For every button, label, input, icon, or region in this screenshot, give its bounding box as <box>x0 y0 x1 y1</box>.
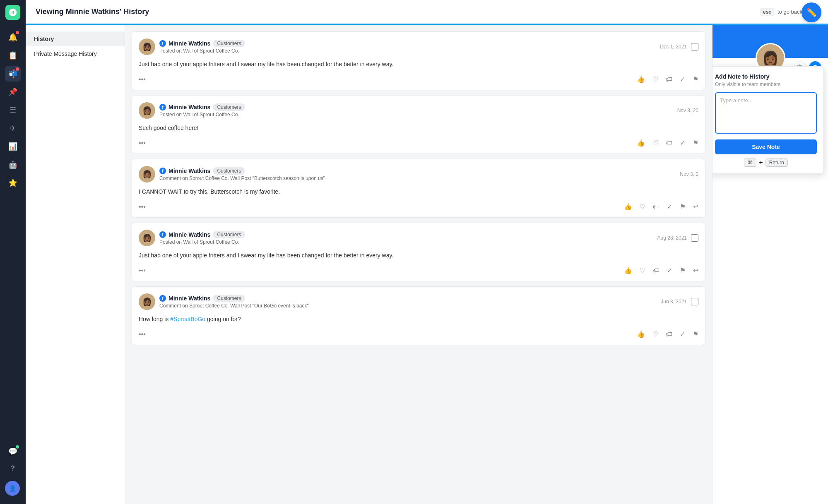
cmd-key: ⌘ <box>744 158 756 167</box>
sidebar-item-inbox[interactable]: 📬 <box>5 66 21 82</box>
more-options-button[interactable]: ••• <box>139 267 146 274</box>
sidebar-item-notifications[interactable]: 🔔 <box>5 29 21 45</box>
post-date: Nov 3, 2 <box>680 171 698 177</box>
left-nav: History Private Message History <box>26 25 125 504</box>
main-wrapper: Viewing Minnie Watkins' History esc to g… <box>26 0 828 504</box>
post-header: 👩🏾 f Minnie Watkins Customers Posted on … <box>139 38 698 55</box>
more-options-button[interactable]: ••• <box>139 331 146 338</box>
compose-button[interactable]: ✏️ <box>802 2 821 22</box>
flag-button[interactable]: ⚑ <box>693 75 698 83</box>
post-card: 👩🏾 f Minnie Watkins Customers Posted on … <box>132 31 705 90</box>
facebook-icon: f <box>159 295 166 302</box>
post-card: 👩🏾 f Minnie Watkins Customers Posted on … <box>132 95 705 154</box>
customers-badge: Customers <box>213 295 245 302</box>
check-button[interactable]: ✓ <box>680 139 685 147</box>
post-card: 👩🏾 f Minnie Watkins Customers Posted on … <box>132 223 705 281</box>
post-body: How long is #SproutBoGo going on for? <box>139 315 698 324</box>
sidebar-item-tasks[interactable]: 📋 <box>5 48 21 63</box>
check-button[interactable]: ✓ <box>680 75 685 83</box>
post-date: Aug 28, 2021 <box>657 235 687 241</box>
like-button[interactable]: 👍 <box>637 330 645 338</box>
post-checkbox[interactable] <box>691 234 698 242</box>
sidebar-item-bot[interactable]: 🤖 <box>5 157 21 173</box>
tag-button[interactable]: 🏷 <box>666 331 672 338</box>
check-button[interactable]: ✓ <box>680 330 685 338</box>
post-source: Posted on Wall of Sprout Coffee Co. <box>159 239 653 245</box>
heart-button[interactable]: ♡ <box>640 266 645 274</box>
post-author: Minnie Watkins <box>168 104 210 110</box>
post-author: Minnie Watkins <box>168 168 210 174</box>
flag-button[interactable]: ⚑ <box>693 139 698 147</box>
tag-button[interactable]: 🏷 <box>653 203 660 211</box>
sidebar-item-help[interactable]: ? <box>5 461 21 476</box>
post-card: 👩🏾 f Minnie Watkins Customers Comment on… <box>132 286 705 345</box>
user-avatar[interactable]: 👤 <box>5 481 20 496</box>
facebook-icon: f <box>159 231 166 238</box>
like-button[interactable]: 👍 <box>637 139 645 147</box>
post-meta: f Minnie Watkins Customers Posted on Wal… <box>159 231 653 245</box>
esc-badge[interactable]: esc <box>760 8 774 16</box>
sidebar-item-star[interactable]: ⭐ <box>5 175 21 191</box>
more-options-button[interactable]: ••• <box>139 203 146 211</box>
avatar: 👩🏾 <box>139 293 155 310</box>
post-body: Such good coffee here! <box>139 124 698 132</box>
post-header: 👩🏾 f Minnie Watkins Customers Posted on … <box>139 102 698 119</box>
nav-item-private-message-history[interactable]: Private Message History <box>26 46 125 61</box>
tag-button[interactable]: 🏷 <box>666 76 672 83</box>
post-author: Minnie Watkins <box>168 231 210 238</box>
post-source: Comment on Sprout Coffee Co. Wall Post "… <box>159 303 657 309</box>
post-checkbox[interactable] <box>691 43 698 50</box>
facebook-icon: f <box>159 40 166 47</box>
check-button[interactable]: ✓ <box>667 203 672 211</box>
post-actions: ••• 👍 ♡ 🏷 ✓ ⚑ ↩ <box>139 203 698 211</box>
post-actions: ••• 👍 ♡ 🏷 ✓ ⚑ <box>139 330 698 338</box>
reply-button[interactable]: ↩ <box>693 266 698 274</box>
customers-badge: Customers <box>213 40 245 47</box>
sidebar: 🔔 📋 📬 📌 ☰ ✈ 📊 🤖 ⭐ 💬 ? 👤 <box>0 0 26 504</box>
save-note-button[interactable]: Save Note <box>715 139 817 154</box>
like-button[interactable]: 👍 <box>624 203 632 211</box>
sidebar-item-compose[interactable]: ☰ <box>5 102 21 118</box>
avatar: 👩🏾 <box>139 102 155 119</box>
sidebar-item-pin[interactable]: 📌 <box>5 84 21 100</box>
post-meta: f Minnie Watkins Customers Posted on Wal… <box>159 40 656 54</box>
topbar: Viewing Minnie Watkins' History esc to g… <box>26 0 828 25</box>
tag-button[interactable]: 🏷 <box>666 139 672 147</box>
post-actions: ••• 👍 ♡ 🏷 ✓ ⚑ <box>139 139 698 147</box>
page-title: Viewing Minnie Watkins' History <box>36 7 760 16</box>
post-meta: f Minnie Watkins Customers Comment on Sp… <box>159 167 676 181</box>
heart-button[interactable]: ♡ <box>652 139 658 147</box>
post-body: I CANNOT WAIT to try this. Butterscotch … <box>139 187 698 196</box>
like-button[interactable]: 👍 <box>637 75 645 83</box>
heart-button[interactable]: ♡ <box>652 75 658 83</box>
post-meta: f Minnie Watkins Customers Comment on Sp… <box>159 295 657 309</box>
content-area: History Private Message History 👩🏾 f Min… <box>26 25 828 504</box>
check-button[interactable]: ✓ <box>667 266 672 274</box>
note-textarea[interactable] <box>715 92 817 134</box>
sidebar-item-analytics[interactable]: 📊 <box>5 139 21 154</box>
heart-button[interactable]: ♡ <box>652 330 658 338</box>
sidebar-logo[interactable] <box>5 5 20 20</box>
sidebar-item-send[interactable]: ✈ <box>5 120 21 136</box>
nav-item-history[interactable]: History <box>26 31 125 46</box>
more-options-button[interactable]: ••• <box>139 139 146 147</box>
post-header: 👩🏾 f Minnie Watkins Customers Comment on… <box>139 166 698 182</box>
customers-badge: Customers <box>213 231 245 238</box>
post-author: Minnie Watkins <box>168 40 210 47</box>
flag-button[interactable]: ⚑ <box>680 266 686 274</box>
heart-button[interactable]: ♡ <box>640 203 645 211</box>
more-options-button[interactable]: ••• <box>139 76 146 83</box>
sidebar-item-speech[interactable]: 💬 <box>5 444 21 459</box>
flag-button[interactable]: ⚑ <box>693 330 698 338</box>
post-body: Just had one of your apple fritters and … <box>139 60 698 69</box>
like-button[interactable]: 👍 <box>624 266 632 274</box>
post-source: Comment on Sprout Coffee Co. Wall Post "… <box>159 175 676 181</box>
flag-button[interactable]: ⚑ <box>680 203 686 211</box>
post-actions: ••• 👍 ♡ 🏷 ✓ ⚑ <box>139 75 698 83</box>
avatar: 👩🏾 <box>139 38 155 55</box>
post-checkbox[interactable] <box>691 298 698 305</box>
tag-button[interactable]: 🏷 <box>653 267 660 274</box>
right-panel: 👩🏾 📋 Following Edit ⌄ Add <box>712 25 828 504</box>
reply-button[interactable]: ↩ <box>693 203 698 211</box>
customers-badge: Customers <box>213 167 245 175</box>
